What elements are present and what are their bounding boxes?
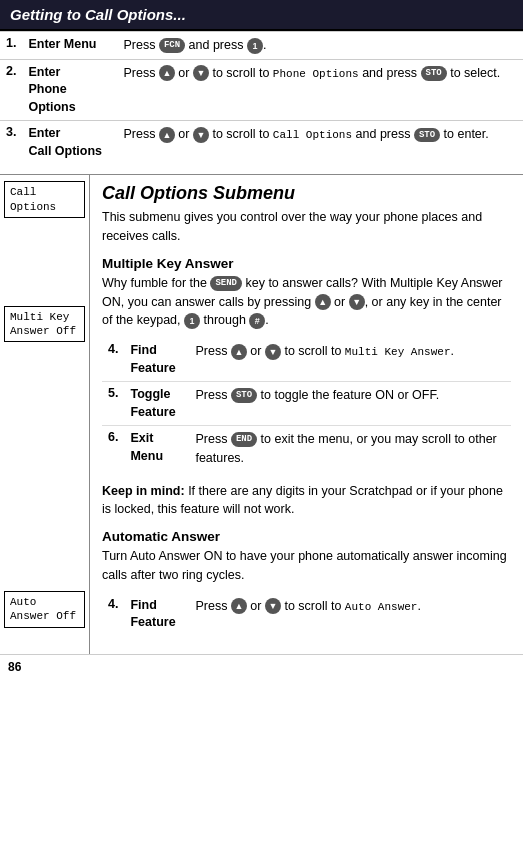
sub-step-num-4b: 4. [102,593,124,636]
multi-key-answer-text: Multi Key Answer [345,346,451,358]
dn3: ▼ [265,344,281,360]
submenu-title: Call Options Submenu [102,183,511,204]
main-layout: Call Options Multi Key Answer Off Auto A… [0,175,523,653]
page-number: 86 [8,660,21,674]
page-header: Getting to Call Options... [0,0,523,31]
send-icon: SEND [210,276,242,291]
table-row: 5. ToggleFeature Press STO to toggle the… [102,382,511,426]
phone-options-text: Phone Options [273,68,359,80]
up-arrow-icon2: ▲ [159,127,175,143]
sidebar-auto-answer: Auto Answer Off [4,591,85,628]
sub-step-label-5: ToggleFeature [124,382,189,426]
call-options-text: Call Options [273,129,352,141]
up-arrow-icon: ▲ [159,65,175,81]
sidebar-call-options: Call Options [4,181,85,218]
table-row: 6. ExitMenu Press END to exit the menu, … [102,426,511,472]
sidebar-multi-key: Multi Key Answer Off [4,306,85,343]
submenu-intro: This submenu gives you control over the … [102,208,511,246]
sub-step-desc-4a: Press ▲ or ▼ to scroll to Multi Key Answ… [189,338,511,382]
sidebar: Call Options Multi Key Answer Off Auto A… [0,175,90,653]
sto-icon2: STO [414,128,440,143]
one-icon: 1 [247,38,263,54]
step-num-3: 3. [0,121,22,165]
sto-icon: STO [421,66,447,81]
dn-icon: ▼ [349,294,365,310]
fcn-icon: FCN [159,38,185,53]
table-row: 4. FindFeature Press ▲ or ▼ to scroll to… [102,593,511,636]
up3: ▲ [231,344,247,360]
step-num-1: 1. [0,32,22,60]
step-desc-2: Press ▲ or ▼ to scroll to Phone Options … [117,59,523,121]
end-icon: END [231,432,257,447]
down-arrow-icon2: ▼ [193,127,209,143]
sub-step-label-4b: FindFeature [124,593,189,636]
step-num-2: 2. [0,59,22,121]
sub-step-desc-4b: Press ▲ or ▼ to scroll to Auto Answer. [189,593,511,636]
multiple-key-header: Multiple Key Answer [102,256,511,271]
hash-key-icon: # [249,313,265,329]
sub-step-label-4a: FindFeature [124,338,189,382]
sub-step-num-6: 6. [102,426,124,472]
table-row: 4. FindFeature Press ▲ or ▼ to scroll to… [102,338,511,382]
sub-steps-aa: 4. FindFeature Press ▲ or ▼ to scroll to… [102,593,511,636]
sub-step-num-5: 5. [102,382,124,426]
sub-step-num-4a: 4. [102,338,124,382]
content-area: Call Options Submenu This submenu gives … [90,175,523,653]
dn4: ▼ [265,598,281,614]
sub-steps-mka: 4. FindFeature Press ▲ or ▼ to scroll to… [102,338,511,472]
sub-step-desc-6: Press END to exit the menu, or you may s… [189,426,511,472]
sub-step-label-6: ExitMenu [124,426,189,472]
keep-in-mind: Keep in mind: If there are any digits in… [102,482,511,520]
up4: ▲ [231,598,247,614]
steps-table: 1. Enter Menu Press FCN and press 1. 2. … [0,31,523,164]
up-icon: ▲ [315,294,331,310]
step-desc-3: Press ▲ or ▼ to scroll to Call Options a… [117,121,523,165]
step-desc-1: Press FCN and press 1. [117,32,523,60]
one-key-icon: 1 [184,313,200,329]
step-label-2: EnterPhone Options [22,59,117,121]
multiple-key-text: Why fumble for the SEND key to answer ca… [102,274,511,330]
table-row: 2. EnterPhone Options Press ▲ or ▼ to sc… [0,59,523,121]
down-arrow-icon: ▼ [193,65,209,81]
table-row: 1. Enter Menu Press FCN and press 1. [0,32,523,60]
step-label-3: EnterCall Options [22,121,117,165]
sub-step-desc-5: Press STO to toggle the feature ON or OF… [189,382,511,426]
auto-answer-text: Turn Auto Answer ON to have your phone a… [102,547,511,585]
header-title: Getting to Call Options... [10,6,186,23]
sto-icon3: STO [231,388,257,403]
table-row: 3. EnterCall Options Press ▲ or ▼ to scr… [0,121,523,165]
step-label-1: Enter Menu [22,32,117,60]
auto-answer-text2: Auto Answer [345,601,418,613]
auto-answer-header: Automatic Answer [102,529,511,544]
